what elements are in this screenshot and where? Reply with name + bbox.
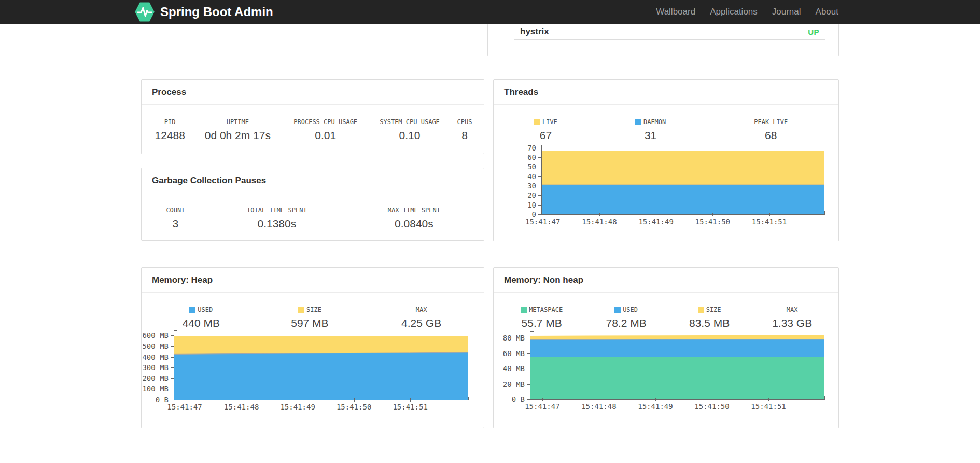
panel-title: Process bbox=[142, 80, 484, 105]
legend-swatch-icon bbox=[189, 307, 195, 313]
threads-stats: LIVE67DAEMON31PEAK LIVE68 bbox=[494, 105, 838, 142]
panel-title: Memory: Non heap bbox=[494, 268, 838, 293]
heap-area-chart: 0 B100 MB200 MB300 MB400 MB500 MB600 MB1… bbox=[142, 330, 484, 412]
stat-value: 68 bbox=[712, 129, 829, 142]
stat: USED78.2 MB bbox=[584, 306, 668, 330]
stat-label: USED bbox=[589, 306, 664, 314]
health-panel: hystrix UP bbox=[487, 24, 839, 56]
stat-value: 1.33 GB bbox=[755, 317, 829, 330]
x-axis-tick-label: 15:41:47 bbox=[167, 403, 202, 411]
stat: USED440 MB bbox=[147, 306, 256, 330]
stat-value: 31 bbox=[597, 129, 705, 142]
x-axis-tick-label: 15:41:47 bbox=[525, 217, 560, 226]
x-axis-tick-label: 15:41:51 bbox=[751, 402, 786, 411]
nav-link-applications[interactable]: Applications bbox=[703, 7, 765, 17]
stat: DAEMON31 bbox=[593, 118, 709, 142]
legend-swatch-icon bbox=[534, 119, 540, 125]
nonheap-chart-svg: 0 B20 MB40 MB60 MB80 MB15:41:4715:41:481… bbox=[494, 331, 838, 412]
stat: METASPACE55.7 MB bbox=[499, 306, 584, 330]
stat-value: 55.7 MB bbox=[503, 317, 580, 330]
stat-label: SYSTEM CPU USAGE bbox=[373, 118, 446, 126]
panel-title: Garbage Collection Pauses bbox=[142, 168, 484, 193]
stat-label: USED bbox=[151, 306, 251, 314]
stat-value: 83.5 MB bbox=[672, 317, 747, 330]
x-axis-tick-label: 15:41:50 bbox=[694, 402, 729, 411]
spring-boot-admin-logo-icon bbox=[134, 2, 155, 22]
stat-label: COUNT bbox=[151, 207, 200, 214]
stat-label: PEAK LIVE bbox=[712, 118, 829, 126]
y-axis-tick-label: 0 B bbox=[512, 395, 525, 403]
stat-value: 597 MB bbox=[260, 317, 360, 330]
stat-value: 8 bbox=[455, 129, 474, 142]
stat-label: SIZE bbox=[260, 306, 360, 314]
stat-value: 0.1380s bbox=[208, 217, 345, 230]
stat-value: 67 bbox=[503, 129, 589, 142]
gc-panel: Garbage Collection Pauses COUNT3TOTAL TI… bbox=[141, 168, 484, 241]
process-panel: Process PID12488UPTIME0d 0h 2m 17sPROCES… bbox=[141, 79, 484, 154]
stat: SYSTEM CPU USAGE0.10 bbox=[369, 118, 451, 142]
stat-label: PID bbox=[151, 118, 189, 126]
x-axis-tick-label: 15:41:48 bbox=[581, 402, 616, 411]
health-row-hystrix[interactable]: hystrix UP bbox=[514, 24, 825, 40]
process-stats: PID12488UPTIME0d 0h 2m 17sPROCESS CPU US… bbox=[142, 105, 484, 142]
y-axis-tick-label: 20 MB bbox=[503, 380, 525, 388]
panel-title: Threads bbox=[494, 80, 838, 105]
x-axis-tick-label: 15:41:48 bbox=[224, 403, 259, 411]
x-axis-tick-label: 15:41:49 bbox=[638, 402, 673, 411]
stat: LIVE67 bbox=[499, 118, 593, 142]
nav-link-journal[interactable]: Journal bbox=[765, 7, 808, 17]
legend-swatch-icon bbox=[521, 307, 527, 313]
y-axis-tick-label: 40 bbox=[527, 172, 536, 181]
stat: COUNT3 bbox=[147, 207, 204, 230]
health-item-name: hystrix bbox=[520, 26, 549, 37]
x-axis-tick-label: 15:41:50 bbox=[695, 217, 730, 226]
stat-label: MAX TIME SPENT bbox=[354, 207, 474, 214]
y-axis-tick-label: 10 bbox=[527, 201, 536, 209]
y-axis-tick-label: 80 MB bbox=[503, 334, 525, 342]
stat-value: 0.10 bbox=[373, 129, 446, 142]
brand[interactable]: Spring Boot Admin bbox=[134, 2, 273, 22]
y-axis-tick-label: 0 B bbox=[156, 396, 169, 404]
x-axis-tick-label: 15:41:48 bbox=[582, 217, 617, 226]
x-axis-tick-label: 15:41:51 bbox=[752, 217, 787, 226]
stat-label: DAEMON bbox=[597, 118, 705, 126]
x-axis-tick-label: 15:41:49 bbox=[280, 403, 315, 411]
y-axis-tick-label: 20 bbox=[527, 191, 536, 199]
stat: SIZE597 MB bbox=[256, 306, 365, 330]
stat-label: MAX bbox=[755, 306, 829, 314]
y-axis-tick-label: 60 bbox=[527, 153, 536, 161]
y-axis-tick-label: 30 bbox=[527, 182, 536, 190]
y-axis-tick-label: 200 MB bbox=[142, 374, 169, 383]
stat: PID12488 bbox=[147, 118, 193, 142]
nav-link-about[interactable]: About bbox=[808, 7, 846, 17]
panel-title: Memory: Heap bbox=[142, 268, 484, 293]
stat-label: UPTIME bbox=[197, 118, 278, 126]
threads-area-chart: 01020304050607015:41:4715:41:4815:41:491… bbox=[494, 145, 838, 227]
threads-chart-svg: 01020304050607015:41:4715:41:4815:41:491… bbox=[494, 145, 838, 227]
y-axis-tick-label: 300 MB bbox=[142, 363, 169, 372]
memory-heap-panel: Memory: Heap USED440 MBSIZE597 MBMAX4.25… bbox=[141, 267, 484, 428]
stat-label: TOTAL TIME SPENT bbox=[208, 207, 345, 214]
health-status-badge: UP bbox=[808, 28, 819, 36]
stat-label: LIVE bbox=[503, 118, 589, 126]
series-area-daemon bbox=[541, 185, 824, 214]
nav-link-wallboard[interactable]: Wallboard bbox=[649, 7, 703, 17]
stat-value: 78.2 MB bbox=[589, 317, 664, 330]
heap-chart-svg: 0 B100 MB200 MB300 MB400 MB500 MB600 MB1… bbox=[142, 330, 484, 412]
x-axis-tick-label: 15:41:50 bbox=[337, 403, 371, 411]
gc-stats: COUNT3TOTAL TIME SPENT0.1380sMAX TIME SP… bbox=[142, 193, 484, 230]
y-axis-tick-label: 400 MB bbox=[142, 353, 169, 361]
nonheap-stats: METASPACE55.7 MBUSED78.2 MBSIZE83.5 MBMA… bbox=[494, 293, 838, 330]
stat: MAX4.25 GB bbox=[364, 306, 479, 330]
y-axis-tick-label: 100 MB bbox=[142, 385, 169, 393]
stat-value: 0d 0h 2m 17s bbox=[197, 129, 278, 142]
stat: UPTIME0d 0h 2m 17s bbox=[193, 118, 282, 142]
stat: PEAK LIVE68 bbox=[708, 118, 833, 142]
stat-label: MAX bbox=[368, 306, 474, 314]
stat-label: CPUS bbox=[455, 118, 474, 126]
stat-value: 4.25 GB bbox=[368, 317, 474, 330]
stat-value: 440 MB bbox=[151, 317, 251, 330]
legend-swatch-icon bbox=[298, 307, 304, 313]
stat: SIZE83.5 MB bbox=[668, 306, 751, 330]
y-axis-tick-label: 600 MB bbox=[142, 331, 169, 339]
